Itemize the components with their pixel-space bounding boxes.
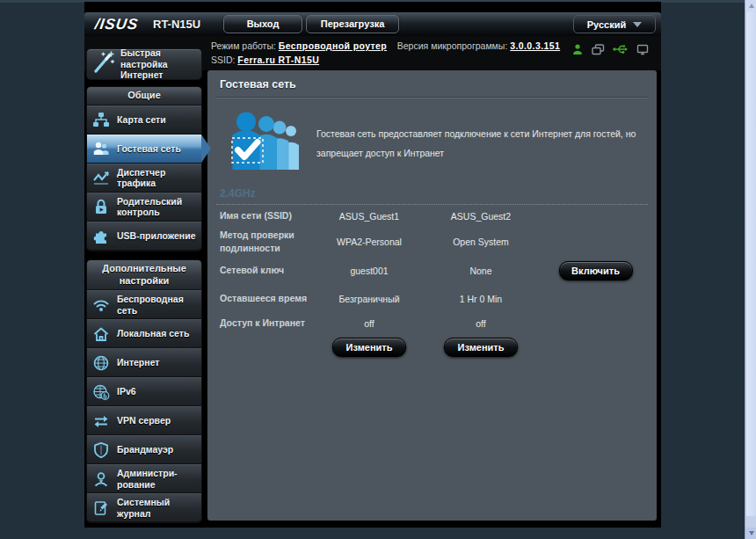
sidebar-group-advanced: Дополнительные настройки Беспроводная се…: [86, 259, 202, 524]
sidebar-item-label: Локальная сеть: [117, 328, 189, 339]
guest-network-description: Гостевая сеть предоставляет подключение …: [316, 112, 644, 173]
shield-icon: [91, 441, 111, 459]
sidebar-item-label: USB-приложение: [117, 230, 195, 242]
language-selector[interactable]: Русский: [573, 15, 656, 33]
intro-block: Гостевая сеть предоставляет подключение …: [227, 112, 644, 173]
admin-person-icon: [91, 470, 111, 488]
sidebar-item-label: Администри- рование: [117, 468, 178, 490]
vertical-scrollbar[interactable]: [745, 0, 756, 539]
guest-network-table: Имя сети (SSID) ASUS_Guest1 ASUS_Guest2 …: [207, 205, 657, 361]
band-label: 2.4GHz: [220, 187, 657, 200]
reboot-button[interactable]: Перезагрузка: [306, 15, 399, 33]
sidebar-item-lan[interactable]: Локальная сеть: [87, 319, 201, 348]
scrollbar-down-arrow[interactable]: [745, 528, 756, 539]
parental-control-icon: [91, 198, 111, 215]
firmware-label: Версия микропрограммы:: [397, 40, 508, 51]
ssid-value-2: ASUS_Guest2: [420, 207, 542, 226]
ssid-link[interactable]: Ferra.ru RT-N15U: [237, 55, 319, 65]
modify-button-1[interactable]: Изменить: [332, 338, 406, 357]
sidebar-item-firewall[interactable]: Брандмауэр: [87, 435, 201, 464]
row-label-auth-method: Метод проверки подлинности: [220, 226, 318, 258]
sidebar-item-label: Беспроводная сеть: [117, 294, 184, 316]
firmware-link[interactable]: 3.0.0.3.151: [510, 40, 560, 51]
ssid-label: SSID:: [211, 55, 235, 65]
auth-value-1: WPA2-Personal: [318, 226, 420, 258]
guest-network-illustration-icon: [227, 112, 304, 173]
general-group-header: Общие: [87, 87, 201, 106]
key-value-1: guest001: [318, 258, 420, 284]
scrollbar-thumb[interactable]: [746, 11, 756, 516]
traffic-manager-icon: [91, 169, 111, 186]
wireless-icon: [91, 296, 111, 314]
top-bar: /ISUS RT-N15U Выход Перезагрузка Русский: [84, 12, 661, 36]
sidebar: Быстрая настройка Интернет Общие Карта с…: [86, 48, 202, 531]
modify-button-2[interactable]: Изменить: [444, 338, 518, 357]
sidebar-item-parental-control[interactable]: Родительский контроль: [87, 193, 201, 222]
row-label-network-key: Сетевой ключ: [220, 258, 318, 284]
intranet-value-2: off: [420, 314, 542, 332]
row-label-ssid: Имя сети (SSID): [220, 207, 318, 226]
time-value-2: 1 Hr 0 Min: [420, 284, 542, 314]
enable-button[interactable]: Включить: [559, 261, 633, 280]
sidebar-group-general: Общие Карта сети Гостевая сет: [86, 86, 202, 251]
sidebar-item-vpn-server[interactable]: VPN сервер: [87, 406, 201, 435]
windows-overlap-icon[interactable]: [592, 44, 605, 55]
ipv6-icon: [91, 383, 111, 401]
sidebar-item-label: Диспетчер трафика: [117, 167, 165, 189]
mode-label: Режим работы:: [211, 40, 276, 51]
vpn-icon: [91, 412, 111, 430]
sidebar-item-label: Родительский контроль: [117, 196, 182, 218]
page-title: Гостевая сеть: [207, 70, 657, 91]
person-status-icon[interactable]: [571, 43, 584, 55]
advanced-group-header: Дополнительные настройки: [87, 260, 201, 291]
usb-app-icon: [91, 227, 111, 244]
logout-button[interactable]: Выход: [223, 15, 302, 33]
asus-logo: /ISUS: [94, 16, 140, 33]
sidebar-item-label: Карта сети: [117, 114, 166, 126]
sidebar-item-guest-network[interactable]: Гостевая сеть: [87, 135, 201, 164]
row-label-intranet-access: Доступ к Интранет: [220, 314, 318, 332]
info-line-2: SSID: Ferra.ru RT-N15U: [211, 55, 319, 65]
main-panel: Гостевая сеть Гостевая сеть предоставляе…: [207, 70, 657, 521]
network-map-icon: [91, 111, 111, 128]
sidebar-item-quick-setup[interactable]: Быстрая настройка Интернет: [86, 48, 202, 80]
sidebar-item-wireless[interactable]: Беспроводная сеть: [87, 290, 201, 319]
chevron-down-icon: [633, 22, 642, 27]
title-divider: [216, 97, 648, 98]
sidebar-item-label: Быстрая настройка Интернет: [120, 47, 198, 81]
monitor-status-icon[interactable]: [636, 44, 649, 55]
house-icon: [91, 325, 111, 343]
ssid-value-1: ASUS_Guest1: [318, 207, 420, 226]
sidebar-item-label: Брандмауэр: [117, 444, 173, 455]
intranet-value-1: off: [318, 314, 420, 332]
sidebar-item-label: IPv6: [117, 386, 136, 397]
sidebar-item-usb-application[interactable]: USB-приложение: [87, 222, 201, 251]
sidebar-item-traffic-manager[interactable]: Диспетчер трафика: [87, 164, 201, 193]
guest-network-icon: [91, 140, 111, 157]
sidebar-item-label: Интернет: [117, 357, 159, 368]
time-value-1: Безграничный: [318, 284, 420, 314]
log-document-icon: [91, 499, 111, 517]
usb-status-icon[interactable]: [613, 44, 629, 55]
sidebar-item-wan[interactable]: Интернет: [87, 348, 201, 377]
sidebar-item-label: Системный журнал: [117, 497, 170, 519]
sidebar-item-system-log[interactable]: Системный журнал: [87, 493, 201, 522]
globe-icon: [91, 354, 111, 372]
sidebar-item-label: Гостевая сеть: [117, 143, 181, 155]
scrollbar-up-arrow[interactable]: [745, 0, 756, 11]
sidebar-item-administration[interactable]: Администри- рование: [87, 464, 201, 493]
info-line-1: Режим работы: Беспроводной роутер Версия…: [211, 40, 560, 51]
sidebar-item-label: VPN сервер: [117, 415, 171, 426]
status-icon-group: [571, 43, 649, 55]
router-model: RT-N15U: [153, 18, 200, 31]
magic-wand-icon: [91, 50, 115, 78]
auth-value-2: Open System: [420, 226, 542, 258]
sidebar-item-network-map[interactable]: Карта сети: [87, 106, 201, 135]
key-value-2: None: [420, 258, 542, 284]
sidebar-item-ipv6[interactable]: IPv6: [87, 377, 201, 406]
row-label-time-remaining: Оставшееся время: [220, 284, 318, 314]
router-admin-window: /ISUS RT-N15U Выход Перезагрузка Русский…: [84, 2, 661, 528]
mode-link[interactable]: Беспроводной роутер: [279, 40, 387, 51]
language-label: Русский: [587, 19, 626, 30]
